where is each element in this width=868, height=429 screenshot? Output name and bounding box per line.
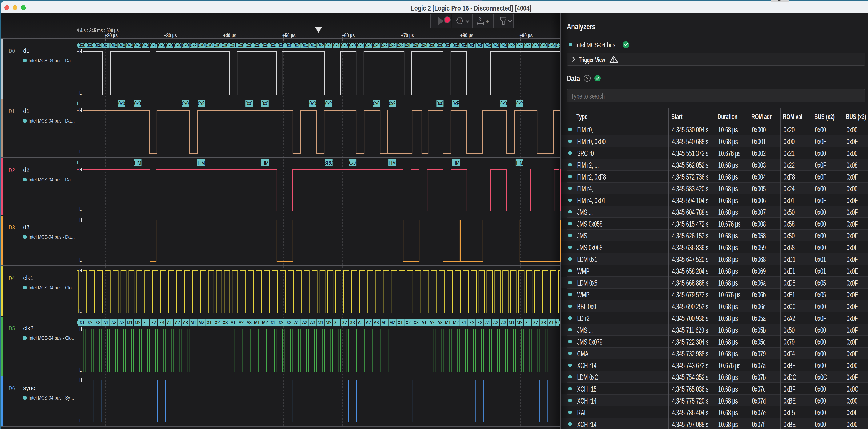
svg-text:M1: M1: [381, 320, 387, 326]
svg-text:0x0: 0x0: [556, 42, 563, 48]
svg-text:0x0: 0x0: [429, 42, 435, 48]
svg-text:0x0: 0x0: [222, 42, 228, 48]
svg-text:A1: A1: [358, 320, 363, 326]
svg-text:A3: A3: [310, 320, 315, 326]
svg-text:X3: X3: [541, 320, 546, 326]
svg-text:+30 µs: +30 µs: [164, 32, 177, 38]
svg-text:L: L: [79, 418, 82, 423]
svg-text:FIM: FIM: [516, 160, 523, 166]
svg-text:0x0: 0x0: [134, 42, 141, 48]
svg-text:0x6: 0x6: [548, 42, 555, 48]
svg-text:A2: A2: [302, 320, 307, 326]
svg-text:L: L: [79, 309, 82, 314]
svg-text:0x0: 0x0: [341, 42, 348, 48]
svg-text:0x1: 0x1: [102, 42, 109, 48]
svg-text:0xF: 0xF: [476, 42, 483, 48]
svg-text:0x8: 0x8: [453, 42, 459, 48]
svg-text:0x4: 0x4: [421, 42, 427, 48]
svg-text:A3: A3: [374, 320, 379, 326]
svg-text:0x0: 0x0: [437, 42, 443, 48]
svg-text:+80 µs: +80 µs: [460, 32, 473, 38]
svg-text:0x0: 0x0: [532, 42, 539, 48]
svg-text:+20 µs: +20 µs: [104, 32, 118, 38]
svg-text:M2: M2: [390, 320, 395, 326]
svg-text:0x2: 0x2: [516, 101, 523, 106]
svg-text:A3: A3: [119, 320, 124, 326]
svg-text:H: H: [79, 108, 82, 113]
svg-text:X1: X1: [398, 320, 403, 326]
svg-text:L: L: [79, 367, 82, 373]
svg-text:FIM: FIM: [261, 160, 269, 166]
svg-text:X3: X3: [286, 320, 291, 326]
svg-text:X3: X3: [350, 320, 355, 326]
svg-text:0x0: 0x0: [174, 42, 181, 48]
svg-text:H: H: [79, 49, 82, 54]
svg-text:+90 µs: +90 µs: [520, 32, 532, 38]
svg-text:0x0: 0x0: [254, 42, 260, 48]
svg-text:+50 µs: +50 µs: [282, 32, 296, 38]
svg-text:+70 µs: +70 µs: [401, 32, 414, 38]
svg-text:X2: X2: [278, 320, 283, 326]
svg-text:M2: M2: [453, 320, 459, 326]
svg-text:SRC: SRC: [324, 160, 333, 166]
svg-text:+40 µs: +40 µs: [223, 32, 236, 38]
svg-text:A1: A1: [103, 320, 108, 326]
svg-text:A3: A3: [501, 320, 506, 326]
svg-text:0xF: 0xF: [453, 101, 459, 106]
svg-text:A1: A1: [294, 320, 299, 326]
svg-text:M2: M2: [198, 320, 204, 326]
svg-text:X1: X1: [525, 320, 530, 326]
svg-text:0x0: 0x0: [214, 42, 221, 48]
svg-text:0x8: 0x8: [461, 42, 467, 48]
svg-text:L: L: [79, 207, 82, 212]
svg-text:+60 µs: +60 µs: [342, 32, 355, 38]
svg-text:0x4: 0x4: [524, 42, 531, 48]
svg-text:0x0: 0x0: [500, 42, 507, 48]
svg-text:0x1: 0x1: [230, 42, 236, 48]
svg-text:0x0: 0x0: [119, 42, 125, 48]
svg-text:X2: X2: [151, 320, 156, 326]
svg-text:FIM: FIM: [134, 160, 141, 166]
svg-text:A3: A3: [437, 320, 442, 326]
svg-text:0x3: 0x3: [357, 42, 364, 48]
svg-text:A2: A2: [430, 320, 435, 326]
svg-text:0x0: 0x0: [182, 101, 189, 106]
svg-text:X3: X3: [95, 320, 100, 326]
svg-text:0x0: 0x0: [79, 42, 85, 48]
svg-text:A1: A1: [231, 320, 236, 326]
svg-text:0x2: 0x2: [317, 42, 324, 48]
svg-text:0x0: 0x0: [493, 42, 499, 48]
svg-text:X1: X1: [143, 320, 148, 326]
svg-text:H: H: [79, 326, 82, 332]
svg-text:L: L: [79, 90, 82, 96]
svg-text:A1: A1: [549, 320, 554, 326]
svg-text:0x2: 0x2: [325, 101, 332, 106]
svg-text:0x0: 0x0: [365, 42, 372, 48]
svg-text:0x0: 0x0: [500, 101, 507, 106]
svg-text:A3: A3: [246, 320, 251, 326]
svg-text:0x1: 0x1: [326, 42, 332, 48]
svg-text:A2: A2: [175, 320, 180, 326]
svg-text:X1: X1: [271, 320, 276, 326]
svg-text:X2: X2: [87, 320, 92, 326]
svg-text:0x4: 0x4: [516, 42, 523, 48]
svg-text:0x0: 0x0: [134, 101, 141, 106]
svg-text:0x0: 0x0: [540, 42, 547, 48]
svg-text:M2: M2: [262, 320, 268, 326]
svg-text:X2: X2: [215, 320, 220, 326]
svg-text:0x0: 0x0: [126, 42, 133, 48]
svg-text:M1: M1: [318, 320, 323, 326]
svg-text:A2: A2: [366, 320, 371, 326]
svg-text:0xF: 0xF: [445, 42, 452, 48]
svg-text:0x0: 0x0: [111, 42, 117, 48]
svg-text:H: H: [79, 217, 82, 223]
svg-text:M2: M2: [135, 320, 141, 326]
svg-text:0x2: 0x2: [381, 42, 388, 48]
svg-text:M1: M1: [509, 320, 515, 326]
svg-text:0x0: 0x0: [349, 160, 356, 166]
svg-text:0x0: 0x0: [301, 42, 308, 48]
svg-text:0x0: 0x0: [246, 101, 252, 106]
svg-text:M2: M2: [517, 320, 522, 326]
svg-text:0x0: 0x0: [373, 42, 380, 48]
svg-text:0x0: 0x0: [119, 101, 125, 106]
